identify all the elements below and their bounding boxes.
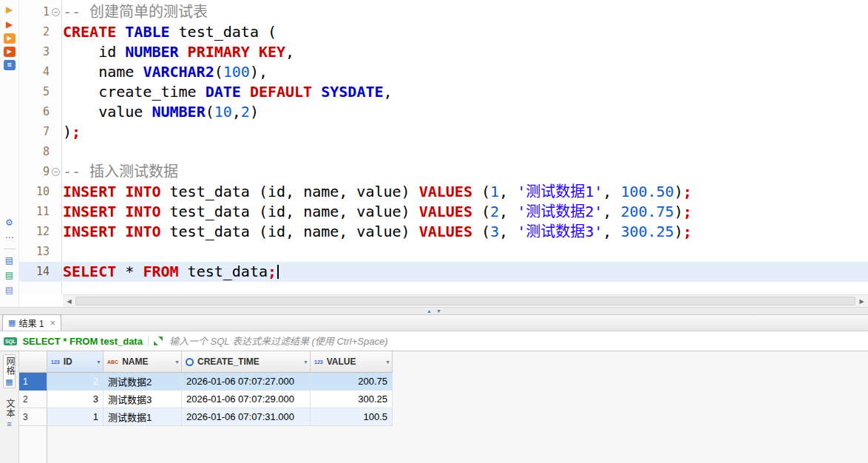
cell[interactable]: 1 [47, 408, 104, 426]
more-actions-icon[interactable]: ⋯ [3, 232, 16, 243]
line-number-text: 6 [43, 105, 50, 118]
code-line[interactable] [63, 142, 868, 162]
row-number[interactable]: 2 [19, 391, 47, 408]
execute-script-new-tab-icon[interactable]: ▶ [4, 47, 16, 57]
collapse-up-icon[interactable]: ▲ [427, 308, 432, 314]
cell[interactable]: 100.5 [311, 408, 393, 426]
fold-collapse-icon[interactable]: − [52, 8, 60, 16]
column-dropdown-icon[interactable]: ▼ [385, 359, 390, 365]
line-number[interactable]: 14 [19, 262, 61, 282]
expand-filter-icon[interactable] [154, 337, 163, 345]
cell[interactable]: 200.75 [311, 373, 393, 391]
cell[interactable]: 测试数据1 [104, 408, 182, 426]
code-line[interactable]: CREATE TABLE test_data ( [63, 22, 868, 42]
cell[interactable]: 2 [47, 373, 104, 391]
line-number-text: 11 [36, 205, 50, 218]
line-number[interactable]: 4 [19, 62, 61, 82]
column-header-id[interactable]: 123ID▼ [47, 351, 104, 373]
cell[interactable]: 300.25 [311, 391, 393, 408]
row-number[interactable]: 3 [19, 408, 47, 426]
filter-input[interactable] [168, 335, 868, 348]
column-dropdown-icon[interactable]: ▼ [174, 359, 180, 365]
line-number-text: 3 [43, 45, 50, 58]
filter-bar-divider [148, 336, 149, 346]
tab-text-view[interactable]: 文本 ≡ [4, 397, 15, 430]
line-number[interactable]: 13 [19, 242, 61, 262]
line-number[interactable]: 9− [19, 162, 61, 182]
code-line[interactable]: INSERT INTO test_data (id, name, value) … [63, 202, 868, 222]
text-cursor [277, 265, 279, 279]
editor-toolbar: ▶▶▶▶≣ ⚙⋯▤▤▤ [0, 0, 19, 307]
code-line[interactable]: SELECT * FROM test_data; [63, 262, 868, 282]
sql-file-icon[interactable]: ▤ [3, 254, 16, 266]
editor-horizontal-scrollbar[interactable]: ◀ ▶ [63, 294, 868, 307]
scrollbar-thumb[interactable] [75, 297, 855, 305]
cell[interactable]: 3 [47, 391, 104, 408]
close-tab-icon[interactable]: × [50, 317, 55, 328]
results-tab[interactable]: ▦ 结果 1 × [2, 314, 61, 331]
settings-gear-icon[interactable]: ⚙ [3, 217, 16, 229]
fold-collapse-icon[interactable]: − [52, 168, 60, 176]
code-line[interactable]: create_time DATE DEFAULT SYSDATE, [63, 82, 868, 102]
results-grid: 123ID▼ABCNAME▼CREATE_TIME▼123VALUE▼ 12测试… [19, 351, 868, 463]
toolbar-execute-group: ▶▶▶▶≣ [0, 0, 18, 70]
results-tab-label: 结果 1 [18, 317, 44, 329]
corner-header-cell [19, 351, 47, 373]
line-number[interactable]: 8 [19, 142, 61, 162]
cell[interactable]: 测试数据3 [104, 391, 182, 408]
line-number[interactable]: 2 [19, 22, 61, 42]
new-sql-file-icon[interactable]: ▤ [3, 269, 16, 281]
line-number[interactable]: 10 [19, 182, 61, 202]
line-number[interactable]: 1− [19, 2, 61, 22]
sql-editor-pane: ▶▶▶▶≣ ⚙⋯▤▤▤ 1−23456789−1011121314 -- 创建简… [0, 0, 868, 307]
log-file-icon[interactable]: ▤ [3, 284, 16, 296]
line-number[interactable]: 12 [19, 222, 61, 242]
line-number-text: 2 [43, 25, 50, 38]
code-line[interactable]: -- 插入测试数据 [63, 162, 868, 182]
text-view-icon: ≡ [7, 420, 11, 428]
tab-grid-view[interactable]: 网格 ▦ [3, 354, 16, 388]
sql-editor-window: ▶▶▶▶≣ ⚙⋯▤▤▤ 1−23456789−1011121314 -- 创建简… [0, 0, 868, 463]
results-filter-bar: SQL SELECT * FROM test_data [0, 331, 868, 351]
column-label: VALUE [327, 356, 356, 367]
explain-plan-icon[interactable]: ≣ [4, 60, 16, 70]
code-area[interactable]: -- 创建简单的测试表CREATE TABLE test_data ( id N… [63, 0, 868, 296]
line-number[interactable]: 6 [19, 102, 61, 122]
cell[interactable]: 2026-01-06 07:07:29.000 [182, 391, 311, 408]
code-line[interactable]: -- 创建简单的测试表 [63, 2, 868, 22]
code-line[interactable]: value NUMBER(10,2) [63, 102, 868, 122]
row-number[interactable]: 1 [19, 373, 47, 391]
column-header-value[interactable]: 123VALUE▼ [311, 351, 393, 373]
column-dropdown-icon[interactable]: ▼ [303, 359, 308, 365]
line-number-text: 1 [43, 5, 50, 18]
cell[interactable]: 2026-01-06 07:07:31.000 [182, 408, 311, 426]
code-line[interactable] [63, 242, 868, 262]
code-line[interactable]: ); [63, 122, 868, 142]
grid-icon: ▦ [8, 318, 16, 328]
collapse-down-icon[interactable]: ▼ [436, 308, 441, 314]
column-dropdown-icon[interactable]: ▼ [96, 359, 101, 365]
scroll-left-icon[interactable]: ◀ [63, 295, 75, 307]
code-line[interactable]: id NUMBER PRIMARY KEY, [63, 42, 868, 62]
pane-splitter[interactable]: ▲ ▼ [0, 307, 868, 315]
line-number[interactable]: 11 [19, 202, 61, 222]
execute-statement-icon[interactable]: ▶ [3, 4, 16, 16]
toolbar-misc-group: ⚙⋯▤▤▤ [0, 217, 18, 296]
code-line[interactable]: INSERT INTO test_data (id, name, value) … [63, 182, 868, 202]
line-number[interactable]: 7 [19, 122, 61, 142]
cell[interactable]: 2026-01-06 07:07:27.000 [182, 373, 311, 391]
scroll-right-icon[interactable]: ▶ [855, 295, 868, 307]
line-number-gutter: 1−23456789−1011121314 [19, 0, 62, 294]
code-line[interactable]: INSERT INTO test_data (id, name, value) … [63, 222, 868, 242]
column-header-name[interactable]: ABCNAME▼ [104, 351, 182, 373]
cell[interactable]: 测试数据2 [104, 373, 182, 391]
line-number[interactable]: 3 [19, 42, 61, 62]
line-number[interactable]: 5 [19, 82, 61, 102]
filter-query-text[interactable]: SELECT * FROM test_data [22, 336, 143, 347]
execute-statement-new-tab-icon[interactable]: ▶ [3, 18, 16, 30]
column-header-create_time[interactable]: CREATE_TIME▼ [182, 351, 311, 373]
code-line[interactable]: name VARCHAR2(100), [63, 62, 868, 82]
datetime-type-icon [186, 358, 194, 366]
execute-script-icon[interactable]: ▶ [4, 33, 16, 44]
toolbar-separator [4, 249, 16, 249]
